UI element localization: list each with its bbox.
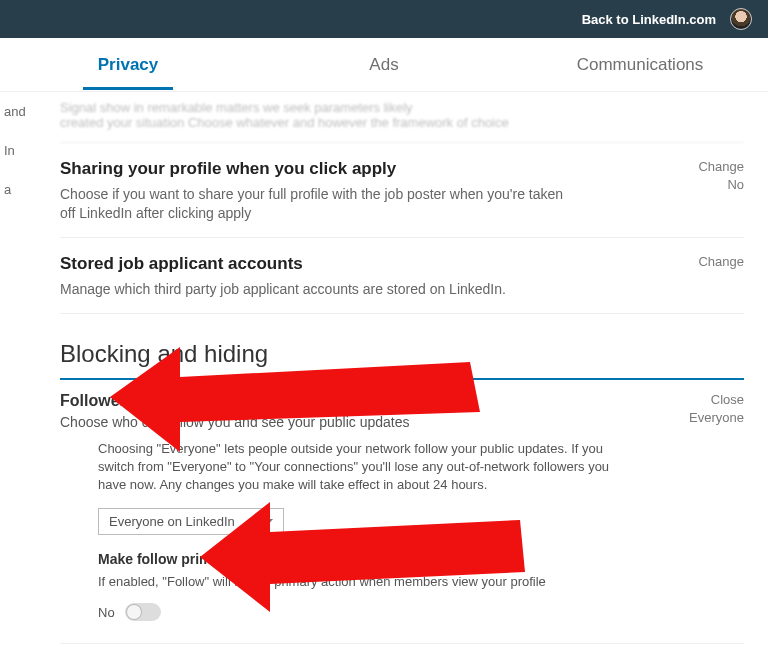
- sidebar-fragment: In: [0, 131, 36, 170]
- tab-privacy[interactable]: Privacy: [0, 55, 256, 75]
- setting-followers-expanded: Followers Choose who can follow you and …: [60, 392, 744, 645]
- tab-communications[interactable]: Communications: [512, 55, 768, 75]
- make-follow-primary-explain: If enabled, "Follow" will be the primary…: [98, 573, 578, 591]
- top-bar: Back to LinkedIn.com: [0, 0, 768, 38]
- make-follow-primary-label: Make follow primary: [98, 551, 618, 567]
- change-link[interactable]: Change: [680, 159, 744, 174]
- sidebar-fragments: and In a: [0, 92, 36, 209]
- followers-dropdown[interactable]: Everyone on LinkedIn: [98, 508, 284, 535]
- setting-title: Sharing your profile when you click appl…: [60, 159, 680, 179]
- sidebar-fragment: a: [0, 170, 36, 209]
- followers-value: Everyone: [680, 410, 744, 425]
- back-to-linkedin-link[interactable]: Back to LinkedIn.com: [582, 12, 716, 27]
- truncated-section: Signal show in remarkable matters we see…: [60, 92, 744, 143]
- setting-stored-accounts[interactable]: Stored job applicant accounts Manage whi…: [60, 238, 744, 314]
- section-heading-blocking: Blocking and hiding: [60, 340, 744, 380]
- sidebar-fragment: and: [0, 92, 36, 131]
- setting-title: Stored job applicant accounts: [60, 254, 680, 274]
- toggle-state-text: No: [98, 605, 115, 620]
- avatar[interactable]: [730, 8, 752, 30]
- followers-subtitle: Choose who can follow you and see your p…: [60, 414, 680, 430]
- close-link[interactable]: Close: [711, 392, 744, 407]
- follow-primary-toggle[interactable]: [125, 603, 161, 621]
- setting-desc: Choose if you want to share your full pr…: [60, 185, 580, 223]
- dropdown-selected: Everyone on LinkedIn: [109, 514, 235, 529]
- change-link[interactable]: Change: [680, 254, 744, 269]
- tabs-row: Privacy Ads Communications: [0, 38, 768, 92]
- tab-ads[interactable]: Ads: [256, 55, 512, 75]
- followers-title: Followers: [60, 392, 680, 410]
- setting-sharing-apply[interactable]: Sharing your profile when you click appl…: [60, 143, 744, 238]
- chevron-down-icon: [263, 519, 273, 525]
- setting-value: No: [680, 177, 744, 192]
- setting-desc: Manage which third party job applicant a…: [60, 280, 580, 299]
- followers-explain: Choosing "Everyone" lets people outside …: [98, 440, 618, 495]
